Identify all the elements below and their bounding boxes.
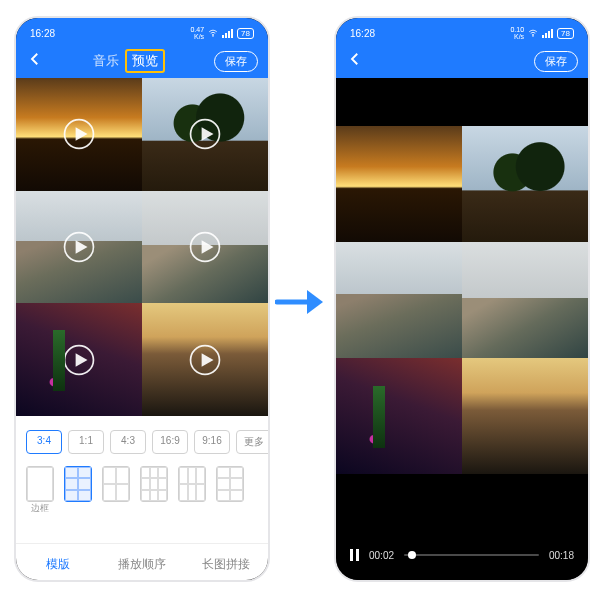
tab-play-order[interactable]: 播放顺序 [100, 544, 184, 582]
arrow-right-icon [275, 282, 323, 322]
status-time: 16:28 [350, 28, 375, 39]
bottom-panel: 3:4 1:1 4:3 16:9 9:16 更多 边框 模版 播放顺序 长图拼接 [16, 416, 268, 582]
ratio-9-16[interactable]: 9:16 [194, 430, 230, 454]
grid-tile[interactable] [142, 191, 268, 304]
play-icon [16, 191, 142, 304]
save-button[interactable]: 保存 [214, 51, 258, 72]
back-button[interactable] [26, 50, 44, 72]
svg-marker-4 [202, 128, 214, 142]
tab-preview[interactable]: 预览 [125, 49, 165, 73]
grid-tile[interactable] [142, 303, 268, 416]
svg-marker-10 [76, 353, 88, 367]
seek-track[interactable] [404, 554, 539, 556]
grid-tile[interactable] [16, 303, 142, 416]
app-navbar: 保存 [336, 44, 588, 78]
layout-3x2[interactable] [178, 466, 206, 502]
grid-tile [336, 242, 462, 358]
play-icon [16, 303, 142, 416]
preview-grid [336, 126, 588, 474]
svg-marker-2 [76, 128, 88, 142]
elapsed-time: 00:02 [369, 550, 394, 561]
network-rate: 0.47K/s [190, 26, 204, 40]
grid-tile[interactable] [16, 191, 142, 304]
seek-thumb[interactable] [408, 551, 416, 559]
grid-tile [336, 358, 462, 474]
status-right: 0.47K/s 78 [190, 26, 254, 40]
app-navbar: 音乐 预览 保存 [16, 44, 268, 78]
player-bar: 00:02 00:18 [336, 530, 588, 580]
tab-long-splice[interactable]: 长图拼接 [184, 544, 268, 582]
grid-tile[interactable] [16, 78, 142, 191]
layout-2x3[interactable] [64, 466, 92, 502]
play-icon [142, 303, 268, 416]
network-rate: 0.10K/s [510, 26, 524, 40]
signal-icon [222, 29, 233, 38]
battery-icon: 78 [557, 28, 574, 39]
back-button[interactable] [346, 50, 364, 72]
save-button[interactable]: 保存 [534, 51, 578, 72]
svg-point-0 [213, 36, 214, 37]
wifi-icon [208, 28, 218, 38]
ratio-3-4[interactable]: 3:4 [26, 430, 62, 454]
layout-3x3[interactable] [140, 466, 168, 502]
grid-tile [336, 126, 462, 242]
svg-marker-6 [76, 240, 88, 254]
status-time: 16:28 [30, 28, 55, 39]
layout-alt[interactable] [216, 466, 244, 502]
wifi-icon [528, 28, 538, 38]
svg-marker-12 [202, 353, 214, 367]
bottom-tabbar: 模版 播放顺序 长图拼接 [16, 543, 268, 582]
svg-marker-8 [202, 240, 214, 254]
ratio-more[interactable]: 更多 [236, 430, 270, 454]
play-icon [142, 78, 268, 191]
ratio-1-1[interactable]: 1:1 [68, 430, 104, 454]
grid-tile [462, 358, 588, 474]
play-icon [142, 191, 268, 304]
total-time: 00:18 [549, 550, 574, 561]
svg-point-15 [533, 36, 534, 37]
video-grid [16, 78, 268, 416]
svg-marker-14 [307, 290, 323, 314]
status-bar: 16:28 0.47K/s 78 [16, 18, 268, 44]
play-icon [16, 78, 142, 191]
ratio-16-9[interactable]: 16:9 [152, 430, 188, 454]
signal-icon [542, 29, 553, 38]
phone-right-preview: 16:28 0.10K/s 78 保存 00:02 00:18 [334, 16, 590, 582]
phone-left-editor: 16:28 0.47K/s 78 音乐 预览 保存 3:4 [14, 16, 270, 582]
status-bar: 16:28 0.10K/s 78 [336, 18, 588, 44]
tab-music[interactable]: 音乐 [93, 52, 119, 70]
ratio-4-3[interactable]: 4:3 [110, 430, 146, 454]
aspect-ratio-row: 3:4 1:1 4:3 16:9 9:16 更多 [16, 416, 268, 460]
layout-2x2[interactable] [102, 466, 130, 502]
grid-tile[interactable] [142, 78, 268, 191]
status-right: 0.10K/s 78 [510, 26, 574, 40]
layout-border[interactable]: 边框 [26, 466, 54, 515]
tab-template[interactable]: 模版 [16, 544, 100, 582]
grid-tile [462, 242, 588, 358]
grid-tile [462, 126, 588, 242]
layout-row: 边框 [16, 460, 268, 515]
pause-button[interactable] [350, 549, 359, 561]
layout-border-label: 边框 [31, 502, 49, 515]
battery-icon: 78 [237, 28, 254, 39]
